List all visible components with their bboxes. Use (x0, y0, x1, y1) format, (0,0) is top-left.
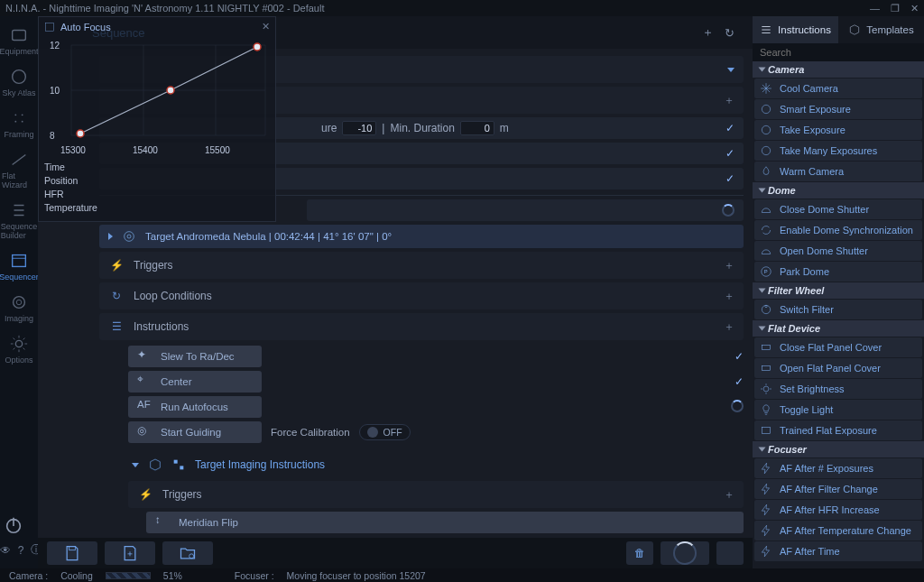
guide-icon: ◎ (137, 424, 153, 440)
svg-point-35 (762, 105, 770, 113)
cat-flatdevice[interactable]: Flat Device (753, 320, 924, 337)
add-icon[interactable]: ＋ (724, 319, 735, 335)
aperture-icon (760, 103, 772, 115)
item-take-exposure[interactable]: Take Exposure (754, 120, 922, 140)
cat-dome[interactable]: Dome (753, 182, 924, 199)
add-button[interactable]: ＋ (697, 22, 718, 43)
refresh-button[interactable]: ↻ (718, 22, 740, 43)
item-close-flat[interactable]: Close Flat Panel Cover (754, 337, 922, 357)
power-button[interactable] (0, 512, 31, 539)
item-take-many-exposures[interactable]: Take Many Exposures (754, 141, 922, 161)
item-switch-filter[interactable]: Switch Filter (754, 300, 922, 319)
group-icon (171, 457, 186, 472)
svg-rect-43 (762, 366, 770, 371)
delete-button[interactable]: 🗑 (626, 541, 653, 565)
equipment-icon (9, 25, 29, 45)
bolt-icon (760, 483, 772, 495)
close-icon[interactable]: ✕ (262, 21, 270, 32)
force-calibration-toggle[interactable]: OFF (359, 424, 411, 440)
instruction-meridian[interactable]: ↕ Meridian Flip (146, 512, 744, 533)
autofocus-chart: 12 10 8 15300 15400 15500 (44, 36, 270, 159)
svg-point-29 (125, 232, 134, 242)
check-icon (725, 147, 735, 160)
item-close-dome[interactable]: Close Dome Shutter (754, 199, 922, 219)
eye-icon[interactable]: 👁 (0, 544, 11, 557)
tab-instructions[interactable]: Instructions (753, 16, 838, 43)
item-enable-dome-sync[interactable]: Enable Dome Synchronization (754, 220, 922, 240)
item-af-filter[interactable]: AF After Filter Change (754, 479, 922, 499)
cat-camera[interactable]: Camera (753, 61, 924, 78)
item-open-dome[interactable]: Open Dome Shutter (754, 241, 922, 261)
open-button[interactable] (162, 541, 213, 565)
sidebar-item-label: Sequencer (0, 273, 39, 282)
sidebar-item-seqbuilder[interactable]: Sequence Builder (2, 197, 36, 244)
search-input[interactable] (753, 43, 924, 61)
item-cool-camera[interactable]: Cool Camera (754, 79, 922, 98)
add-icon[interactable]: ＋ (724, 487, 735, 503)
sidebar-item-framing[interactable]: Framing (2, 105, 36, 143)
sidebar-item-options[interactable]: Options (2, 330, 36, 368)
cat-focuser[interactable]: Focuser (753, 441, 924, 457)
item-open-flat[interactable]: Open Flat Panel Cover (754, 358, 922, 378)
sidebar-item-flatwizard[interactable]: Flat Wizard (2, 146, 36, 193)
item-af-time[interactable]: AF After Time (754, 541, 922, 561)
loop-section[interactable]: ↻ Loop Conditions ＋ (99, 282, 744, 309)
instruction-runaf[interactable]: AF Run Autofocus (128, 396, 262, 418)
app-title: N.I.N.A. - Nighttime Imaging 'N' Astrono… (5, 3, 325, 14)
svg-rect-32 (180, 466, 183, 469)
svg-point-37 (762, 146, 770, 154)
item-toggle-light[interactable]: Toggle Light (754, 400, 922, 420)
status-focuser-text: Moving focuser to position 15207 (287, 570, 426, 581)
chart-icon (44, 22, 55, 32)
item-set-brightness[interactable]: Set Brightness (754, 379, 922, 399)
power-icon (4, 515, 23, 535)
item-park-dome[interactable]: PPark Dome (754, 262, 922, 282)
item-af-exposures[interactable]: AF After # Exposures (754, 458, 922, 478)
item-trained-flat[interactable]: Trained Flat Exposure (754, 420, 922, 440)
item-af-hfr[interactable]: AF After HFR Increase (754, 500, 922, 520)
add-icon[interactable]: ＋ (724, 258, 735, 273)
svg-point-2 (14, 114, 16, 115)
add-icon[interactable]: ＋ (724, 289, 735, 304)
item-warm-camera[interactable]: Warm Camera (754, 162, 922, 181)
spinner-icon (731, 400, 744, 412)
window-minimize[interactable]: — (870, 3, 880, 14)
loop-label: Loop Conditions (134, 290, 212, 302)
save-button[interactable] (47, 541, 97, 565)
svg-point-4 (14, 121, 16, 123)
window-close[interactable]: ✕ (910, 3, 919, 14)
target-header-row[interactable]: Target Andromeda Nebula | 00:42:44 | 41°… (99, 225, 744, 248)
add-icon[interactable]: ＋ (724, 93, 735, 108)
save-as-button[interactable] (105, 541, 155, 565)
triggers-section[interactable]: ⚡ Triggers ＋ (99, 252, 744, 279)
item-af-temperature[interactable]: AF After Temperature Change (754, 521, 922, 540)
svg-rect-12 (46, 23, 54, 31)
instruction-slew[interactable]: ✦ Slew To Ra/Dec (128, 346, 262, 367)
svg-point-28 (254, 43, 261, 51)
loading-row[interactable] (307, 199, 744, 221)
play-icon (108, 233, 113, 240)
imaging-instructions-group[interactable]: Target Imaging Instructions (99, 452, 744, 477)
instruction-center[interactable]: ⌖ Center (128, 371, 262, 393)
temp-input[interactable] (342, 121, 376, 135)
min-duration-input[interactable] (460, 121, 494, 135)
stop-button[interactable] (716, 541, 744, 565)
min-duration-label: Min. Duration (390, 122, 454, 134)
tab-templates[interactable]: Templates (838, 16, 924, 43)
instructions-section[interactable]: ☰ Instructions ＋ (99, 313, 744, 340)
item-smart-exposure[interactable]: Smart Exposure (754, 99, 922, 119)
sidebar-item-label: Sky Atlas (2, 88, 35, 97)
sidebar-item-equipment[interactable]: Equipment (2, 22, 36, 60)
instruction-startguiding[interactable]: ◎ Start Guiding (128, 421, 262, 443)
help-icon[interactable]: ? (18, 544, 24, 557)
sidebar-item-skyatlas[interactable]: Sky Atlas (2, 63, 36, 101)
window-maximize[interactable]: ❐ (891, 3, 900, 14)
sidebar-item-sequencer[interactable]: Sequencer (2, 247, 36, 285)
triggers-section-2[interactable]: ⚡ Triggers ＋ (128, 481, 744, 508)
instructions-panel: Instructions Templates Camera Cool Camer… (753, 16, 924, 568)
sidebar-item-imaging[interactable]: Imaging (2, 289, 36, 327)
af-icon: AF (137, 399, 153, 415)
autofocus-panel[interactable]: Auto Focus ✕ 12 10 8 (38, 16, 276, 222)
bolt-icon (760, 545, 772, 558)
cat-filterwheel[interactable]: Filter Wheel (753, 282, 924, 299)
